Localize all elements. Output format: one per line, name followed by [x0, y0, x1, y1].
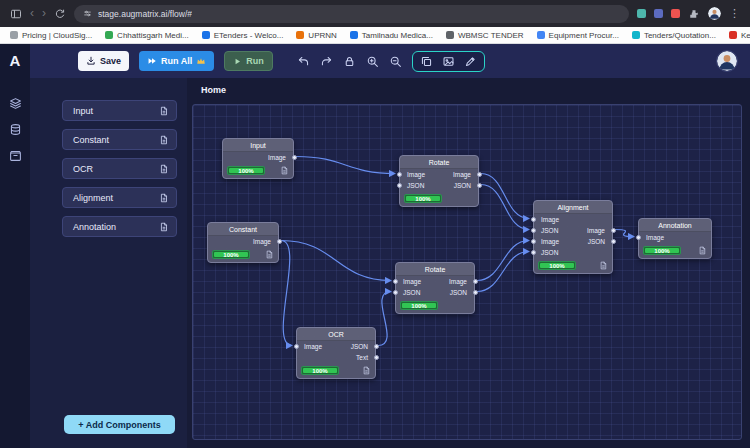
address-bar[interactable]: stage.augmatrix.ai/flow/#	[74, 5, 629, 23]
save-icon	[86, 56, 96, 66]
left-rail: A	[0, 44, 30, 448]
run-all-button[interactable]: Run All	[139, 51, 214, 71]
flow-node-rotate1[interactable]: RotateImageImageJSONJSON100%	[399, 155, 479, 207]
input-port[interactable]	[393, 290, 398, 295]
layers-icon[interactable]	[9, 97, 22, 110]
canvas-tab-home[interactable]: Home	[201, 85, 226, 95]
component-item-label: Constant	[73, 135, 159, 145]
input-port[interactable]	[397, 183, 402, 188]
extension-icon[interactable]	[671, 9, 680, 18]
run-button[interactable]: Run	[224, 51, 273, 71]
output-port[interactable]	[277, 239, 282, 244]
output-port-label: JSON	[588, 236, 605, 247]
output-port[interactable]	[477, 183, 482, 188]
flow-node-alignment[interactable]: AlignmentImageJSONImageImageJSONJSON100%	[533, 200, 613, 274]
site-info-icon	[83, 9, 92, 18]
user-avatar[interactable]	[716, 50, 738, 72]
progress-percent: 100%	[644, 247, 680, 254]
export-tools-group	[412, 51, 485, 72]
node-title: Input	[223, 139, 293, 152]
output-port[interactable]	[473, 290, 478, 295]
undo-icon[interactable]	[297, 55, 310, 68]
component-item-input[interactable]: Input	[62, 100, 177, 121]
output-port-label: JSON	[450, 287, 467, 298]
bookmark-item[interactable]: Pricing | CloudSig...	[10, 31, 92, 40]
bookmark-item[interactable]: ETenders - Welco...	[202, 31, 284, 40]
copy-icon[interactable]	[420, 55, 433, 68]
node-progress-bar: 100%	[400, 301, 438, 310]
file-icon	[599, 261, 608, 270]
node-title: Rotate	[400, 156, 478, 169]
save-button[interactable]: Save	[78, 51, 129, 71]
flow-node-rotate2[interactable]: RotateImageImageJSONJSON100%	[395, 262, 475, 314]
browser-profile-avatar[interactable]	[708, 7, 721, 20]
browser-menu-icon[interactable]: ⋮	[729, 7, 740, 20]
output-port-label: Image	[587, 225, 605, 236]
input-port[interactable]	[531, 217, 536, 222]
component-item-label: Annotation	[73, 222, 159, 232]
component-item-annotation[interactable]: Annotation	[62, 216, 177, 237]
zoom-in-icon[interactable]	[366, 55, 379, 68]
node-layer: InputImage100%ConstantImage100%OCRImageJ…	[187, 78, 750, 448]
output-port[interactable]	[374, 355, 379, 360]
bookmark-item[interactable]: Chhattisgarh Medi...	[105, 31, 189, 40]
back-icon[interactable]: ‹	[30, 0, 34, 27]
flow-node-constant[interactable]: ConstantImage100%	[207, 222, 279, 263]
extension-icon[interactable]	[637, 9, 646, 18]
node-title: Alignment	[534, 201, 612, 214]
extension-icon[interactable]	[654, 9, 663, 18]
flow-canvas[interactable]: Home InputImage100%ConstantImage100%OCRI…	[187, 78, 750, 448]
input-port-label: Image	[403, 276, 421, 287]
zoom-out-icon[interactable]	[389, 55, 402, 68]
bookmark-item[interactable]: Tenders/Quotation...	[632, 31, 716, 40]
output-port[interactable]	[374, 344, 379, 349]
image-icon[interactable]	[442, 55, 455, 68]
archive-icon[interactable]	[9, 149, 22, 162]
node-footer: 100%	[223, 163, 293, 178]
add-components-button[interactable]: + Add Components	[64, 415, 175, 434]
component-item-alignment[interactable]: Alignment	[62, 187, 177, 208]
sidebar-toggle-icon[interactable]	[10, 8, 22, 20]
input-port[interactable]	[531, 239, 536, 244]
input-port[interactable]	[531, 250, 536, 255]
redo-icon[interactable]	[320, 55, 333, 68]
database-icon[interactable]	[9, 123, 22, 136]
progress-percent: 100%	[213, 251, 249, 258]
output-port[interactable]	[292, 155, 297, 160]
bookmark-item[interactable]: Kerala Medical Se...	[729, 31, 750, 40]
run-icon	[233, 57, 242, 66]
edit-icon[interactable]	[464, 55, 477, 68]
bookmark-favicon	[446, 31, 454, 39]
output-port[interactable]	[611, 239, 616, 244]
input-port[interactable]	[531, 228, 536, 233]
component-item-constant[interactable]: Constant	[62, 129, 177, 150]
augmatrix-logo: A	[10, 49, 21, 73]
bookmark-item[interactable]: UPRNN	[296, 31, 336, 40]
extensions-puzzle-icon[interactable]	[688, 8, 700, 20]
flow-node-input[interactable]: InputImage100%	[222, 138, 294, 179]
node-port-row: Image	[223, 152, 293, 163]
bookmark-item[interactable]: WBMSC TENDER	[446, 31, 524, 40]
node-title: Constant	[208, 223, 278, 236]
bookmark-item[interactable]: Equipment Procur...	[537, 31, 619, 40]
flow-node-annotation[interactable]: AnnotationImage100%	[638, 218, 712, 259]
lock-icon[interactable]	[343, 55, 356, 68]
output-port[interactable]	[477, 172, 482, 177]
input-port[interactable]	[636, 235, 641, 240]
node-progress-bar: 100%	[643, 246, 681, 255]
forward-icon[interactable]: ›	[42, 0, 46, 27]
progress-percent: 100%	[405, 195, 441, 202]
output-port[interactable]	[611, 228, 616, 233]
component-item-ocr[interactable]: OCR	[62, 158, 177, 179]
bookmarks-bar: Pricing | CloudSig...Chhattisgarh Medi..…	[0, 27, 750, 44]
node-title: OCR	[297, 328, 375, 341]
flow-node-ocr[interactable]: OCRImageJSONText100%	[296, 327, 376, 379]
input-port-label: JSON	[541, 247, 558, 258]
output-port-label: Image	[453, 169, 471, 180]
bookmark-item[interactable]: Tamilnadu Medica...	[350, 31, 433, 40]
output-port[interactable]	[473, 279, 478, 284]
input-port[interactable]	[393, 279, 398, 284]
reload-icon[interactable]	[54, 8, 66, 20]
input-port[interactable]	[397, 172, 402, 177]
input-port[interactable]	[294, 344, 299, 349]
